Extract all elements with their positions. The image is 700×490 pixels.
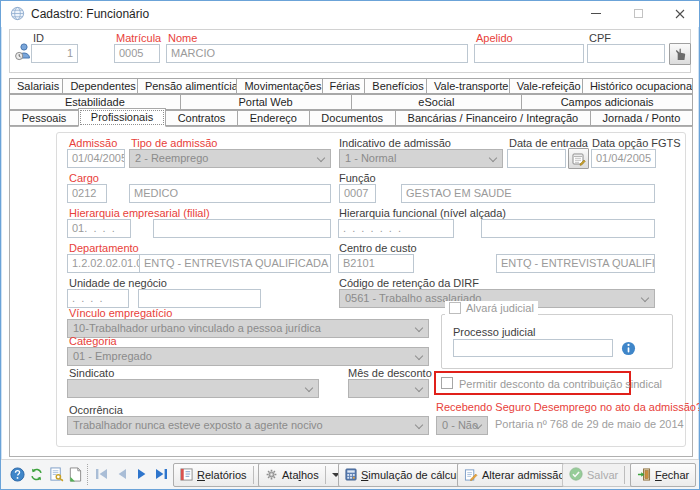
alterar-button-label: Alterar admissão [482, 469, 565, 481]
cargo-name-input[interactable]: MEDICO [129, 184, 331, 203]
mes-desconto-select[interactable] [348, 379, 429, 398]
chevron-down-icon [415, 324, 423, 332]
tab-salariais[interactable]: Salariais [9, 78, 63, 94]
hand-icon [674, 48, 686, 61]
alterar-admissao-button[interactable]: Alterar admissão [457, 463, 572, 487]
admissao-label: Admissão [69, 137, 117, 149]
nav-last-button[interactable] [152, 465, 170, 483]
sindicato-select[interactable] [67, 379, 319, 398]
tab-movimentacoes[interactable]: Movimentações [236, 78, 322, 94]
maximize-button[interactable] [617, 1, 659, 26]
ocorrencia-select[interactable]: Trabalhador nunca esteve exposto a agent… [67, 416, 429, 435]
minimize-button[interactable] [575, 1, 617, 26]
gear-icon [265, 468, 278, 483]
alvara-judicial-checkbox[interactable] [449, 302, 461, 314]
atalhos-button[interactable]: Atalhos [258, 463, 347, 487]
apelido-input[interactable] [474, 44, 584, 63]
permitir-desconto-checkbox[interactable] [441, 377, 453, 389]
tab-documentos[interactable]: Documentos [309, 110, 396, 126]
data-entrada-input[interactable] [507, 149, 566, 168]
tab-dependentes[interactable]: Dependentes [62, 78, 138, 94]
hierarquia-funcional-name-input[interactable] [481, 219, 655, 238]
new-document-icon[interactable] [66, 465, 84, 483]
maximize-icon [634, 9, 643, 18]
matricula-input[interactable]: 0005 [114, 44, 160, 63]
tab-portal-web[interactable]: Portal Web [180, 94, 352, 110]
data-entrada-picker-button[interactable] [568, 148, 589, 169]
tab-vale-refeicao[interactable]: Vale-refeição [509, 78, 583, 94]
simulacao-button-label: Simulação de cálculo [361, 469, 465, 481]
button-divider [325, 466, 326, 484]
hierarquia-funcional-label: Hierarquia funcional (nível alçada) [339, 207, 506, 219]
edit-form-icon [464, 468, 478, 483]
tab-ferias[interactable]: Férias [322, 78, 366, 94]
tipo-admissao-value: 2 - Reemprego [135, 152, 208, 164]
hierarquia-funcional-code-input[interactable]: . . . . . . . [338, 219, 454, 238]
chevron-down-icon [415, 384, 423, 392]
funcao-name-input[interactable]: GESTAO EM SAUDE [401, 184, 655, 203]
tipo-admissao-label: Tipo de admissão [131, 137, 217, 149]
cargo-code-input[interactable]: 0212 [67, 184, 107, 203]
data-opcao-fgts-input[interactable]: 01/04/2005 [591, 149, 656, 168]
apelido-label: Apelido [476, 32, 513, 44]
hand-action-button[interactable] [669, 43, 691, 65]
refresh-icon[interactable] [27, 465, 45, 483]
close-button[interactable] [659, 1, 700, 26]
tab-row-1: Salariais Dependentes Pensão alimentícia… [9, 78, 693, 94]
indicativo-admissao-select[interactable]: 1 - Normal [339, 149, 503, 168]
categoria-select[interactable]: 01 - Empregado [67, 347, 429, 366]
tab-campos-adicionais[interactable]: Campos adicionais [521, 94, 693, 110]
tab-pensao-alimenticia[interactable]: Pensão alimentícia [137, 78, 238, 94]
nome-input[interactable]: MARCIO [166, 44, 468, 63]
simulacao-calculo-button[interactable]: Simulação de cálculo [338, 463, 472, 487]
tab-esocial[interactable]: eSocial [351, 94, 523, 110]
nav-previous-button[interactable] [113, 465, 131, 483]
hierarquia-empresarial-name-input[interactable] [153, 219, 331, 238]
cpf-input[interactable] [587, 44, 665, 63]
relatorios-button-label: Relatórios [197, 469, 247, 481]
seguro-desemprego-select[interactable]: 0 - Não [436, 416, 488, 435]
centro-custo-code-input[interactable]: B2101 [338, 254, 414, 273]
fechar-button-label: Fechar [655, 469, 689, 481]
tab-profissionais[interactable]: Profissionais [78, 108, 166, 127]
hierarquia-empresarial-code-input[interactable]: 01. . . . [67, 219, 131, 238]
chevron-down-icon [305, 384, 313, 392]
funcao-label: Função [339, 172, 376, 184]
tab-row-3: Pessoais Profissionais Contratos Endereç… [9, 110, 693, 126]
info-icon[interactable] [621, 341, 636, 360]
cpf-label: CPF [589, 32, 611, 44]
admissao-input[interactable]: 01/04/2005 [67, 149, 125, 168]
chevron-down-icon [489, 154, 497, 162]
id-input[interactable]: 1 [31, 44, 78, 63]
nav-first-button[interactable] [93, 465, 111, 483]
save-check-icon [569, 467, 583, 483]
document-key-icon[interactable] [47, 465, 65, 483]
button-divider [253, 466, 254, 484]
help-icon[interactable] [8, 465, 26, 483]
chevron-down-icon [641, 294, 649, 302]
tab-bancarias-financeiro-integracao[interactable]: Bancárias / Financeiro / Integração [395, 110, 591, 126]
fechar-button[interactable]: Fechar [630, 463, 696, 487]
unidade-negocio-code-input[interactable]: . . . . [67, 289, 129, 308]
minimize-icon [591, 13, 601, 14]
nav-next-button[interactable] [133, 465, 151, 483]
tab-jornada-ponto[interactable]: Jornada / Ponto [590, 110, 693, 126]
tab-endereco[interactable]: Endereço [237, 110, 310, 126]
tab-contratos[interactable]: Contratos [165, 110, 238, 126]
tab-beneficios[interactable]: Benefícios [364, 78, 427, 94]
centro-custo-name-input[interactable]: ENTQ - ENTREVISTA QUALIFICADA [496, 254, 655, 273]
tab-vale-transporte[interactable]: Vale-transporte [426, 78, 510, 94]
vinculo-select[interactable]: 10-Trabalhador urbano vinculado a pessoa… [67, 319, 429, 338]
tab-historico-ocupacional[interactable]: Histórico ocupacional [582, 78, 693, 94]
processo-judicial-input[interactable] [453, 339, 613, 357]
departamento-name-input[interactable]: ENTQ - ENTREVISTA QUALIFICADA [139, 254, 331, 273]
indicativo-admissao-label: Indicativo de admissão [339, 137, 451, 149]
portaria-note: Portaria nº 768 de 29 de maio de 2014 [495, 418, 684, 430]
tab-pessoais[interactable]: Pessoais [9, 110, 79, 126]
alvara-judicial-legend: Alvará judicial [445, 301, 538, 315]
unidade-negocio-name-input[interactable] [138, 289, 261, 308]
funcao-code-input[interactable]: 0007 [339, 184, 376, 203]
data-opcao-fgts-label: Data opção FGTS [592, 137, 681, 149]
fechar-label-rest: echar [662, 469, 690, 481]
tipo-admissao-select[interactable]: 2 - Reemprego [129, 149, 331, 168]
